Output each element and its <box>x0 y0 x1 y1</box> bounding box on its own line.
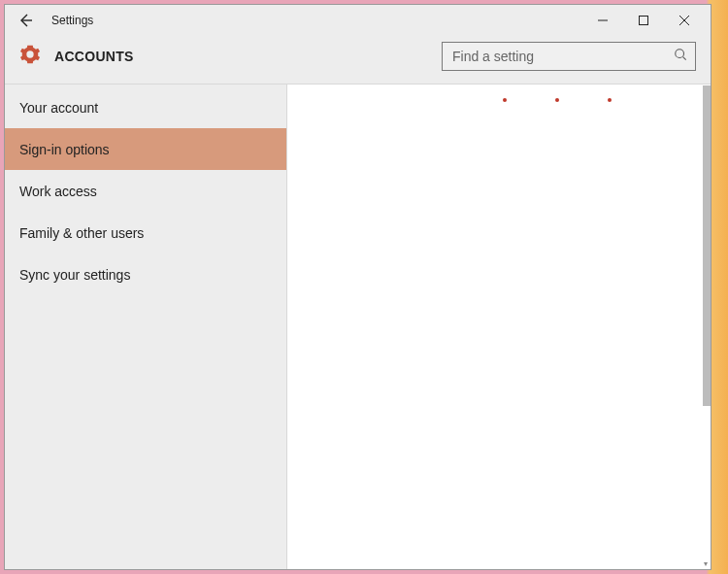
window-controls <box>582 7 705 34</box>
sidebar-item-label: Family & other users <box>19 225 144 241</box>
sidebar-item-family-other-users[interactable]: Family & other users <box>5 212 286 253</box>
sidebar-item-label: Sign-in options <box>19 142 110 157</box>
close-button[interactable] <box>664 7 705 34</box>
search-box[interactable] <box>442 42 696 71</box>
svg-point-5 <box>27 51 33 57</box>
search-icon <box>674 48 687 65</box>
header-row: ACCOUNTS <box>5 36 711 84</box>
loading-indicator <box>287 98 711 102</box>
sidebar-item-label: Sync your settings <box>19 267 130 283</box>
svg-line-7 <box>683 56 686 59</box>
sidebar: Your account Sign-in options Work access… <box>5 84 287 569</box>
back-button[interactable] <box>15 10 36 31</box>
sidebar-item-label: Your account <box>19 100 98 116</box>
loading-dot <box>608 98 612 102</box>
maximize-button[interactable] <box>623 7 664 34</box>
sidebar-item-label: Work access <box>19 184 97 199</box>
loading-dot <box>503 98 507 102</box>
gear-icon <box>19 44 41 69</box>
sidebar-item-your-account[interactable]: Your account <box>5 86 286 128</box>
scroll-down-icon[interactable]: ▾ <box>701 558 711 568</box>
svg-rect-2 <box>640 17 648 25</box>
scrollbar-thumb[interactable] <box>703 85 711 406</box>
sidebar-item-work-access[interactable]: Work access <box>5 170 286 212</box>
loading-dot <box>555 98 559 102</box>
sidebar-item-sign-in-options[interactable]: Sign-in options <box>5 128 286 170</box>
titlebar: Settings <box>5 5 711 36</box>
content-pane <box>287 84 711 569</box>
page-title: ACCOUNTS <box>54 49 134 64</box>
settings-window: Settings ACCOUNTS <box>4 4 711 570</box>
titlebar-left: Settings <box>15 10 93 31</box>
svg-point-6 <box>676 49 684 57</box>
window-title: Settings <box>51 14 93 27</box>
minimize-button[interactable] <box>582 7 623 34</box>
body-area: Your account Sign-in options Work access… <box>5 84 711 569</box>
header-left: ACCOUNTS <box>19 44 134 69</box>
sidebar-item-sync-your-settings[interactable]: Sync your settings <box>5 253 286 295</box>
search-input[interactable] <box>452 49 656 64</box>
